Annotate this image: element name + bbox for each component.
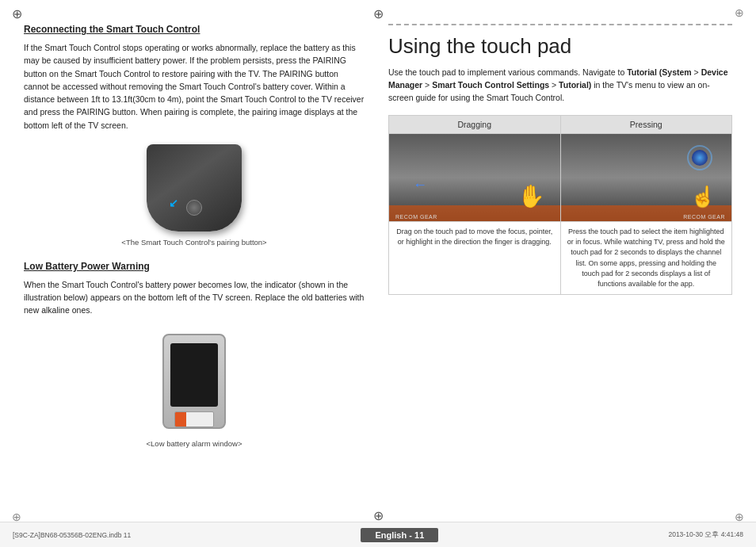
low-battery-title: Low Battery Power Warning: [24, 261, 365, 272]
settings-bold: Smart Touch Control Settings: [432, 80, 549, 90]
page-footer: [S9C-ZA]BN68-05356B-02ENG.indb 11 Englis…: [0, 522, 756, 547]
footer-right-text: 2013-10-30 오후 4:41:48: [668, 530, 743, 540]
touchpad-images-row: ← 🤚 RECOM GEAR ☝ RECOM GEAR: [389, 133, 731, 221]
left-column: Reconnecting the Smart Touch Control If …: [24, 24, 365, 459]
pairing-image-container: ↙: [24, 144, 365, 233]
drag-overlay-label: RECOM GEAR: [395, 214, 437, 220]
corner-mark-tl: ⊕: [12, 6, 22, 21]
low-battery-body: When the Smart Touch Control's battery p…: [24, 278, 365, 317]
tutorial2-bold: Tutorial): [559, 80, 591, 90]
touchpad-demo: Dragging Pressing ← 🤚 RECOM GEAR: [388, 115, 732, 294]
touchpad-header-row: Dragging Pressing: [389, 116, 731, 133]
pressing-image-cell: ☝ RECOM GEAR: [561, 134, 732, 221]
drag-arrow-icon: ←: [413, 177, 427, 193]
pressing-image: ☝ RECOM GEAR: [561, 134, 732, 221]
device-image: ↙: [147, 144, 242, 231]
dragging-image: ← 🤚 RECOM GEAR: [389, 134, 560, 221]
battery-image-container: [24, 330, 365, 434]
corner-mark-tr: ⊕: [735, 6, 744, 19]
intro-paragraph: Use the touch pad to implement various c…: [388, 66, 732, 105]
press-overlay-label: RECOM GEAR: [683, 214, 725, 220]
battery-fill: [175, 412, 186, 427]
top-dashed-rule: [388, 24, 732, 25]
reconnecting-body: If the Smart Touch Control stops operati…: [24, 41, 365, 132]
reconnecting-title: Reconnecting the Smart Touch Control: [24, 24, 365, 35]
dragging-image-cell: ← 🤚 RECOM GEAR: [389, 134, 561, 221]
header-pressing: Pressing: [561, 116, 732, 133]
header-dragging: Dragging: [389, 116, 561, 133]
dragging-caption: Drag on the touch pad to move the focus,…: [389, 222, 561, 293]
main-content: Reconnecting the Smart Touch Control If …: [24, 24, 732, 459]
language-badge: English - 11: [361, 528, 438, 542]
language-label: English: [375, 530, 407, 540]
arrow-icon: ↙: [169, 197, 178, 209]
pressing-caption: Press the touch pad to select the item h…: [561, 222, 732, 293]
page-container: ⊕ ⊕ ⊕ Reconnecting the Smart Touch Contr…: [0, 0, 756, 547]
phone-screen: [170, 343, 218, 407]
section-reconnecting: Reconnecting the Smart Touch Control If …: [24, 24, 365, 247]
drag-hand-icon: 🤚: [517, 183, 544, 209]
footer-center: English - 11: [361, 528, 438, 542]
footer-left-text: [S9C-ZA]BN68-05356B-02ENG.indb 11: [13, 531, 131, 539]
section-low-battery: Low Battery Power Warning When the Smart…: [24, 261, 365, 448]
crosshair-top: ⊕: [373, 6, 384, 21]
pairing-caption: <The Smart Touch Control's pairing butto…: [24, 238, 365, 247]
page-title: Using the touch pad: [388, 35, 732, 58]
battery-indicator: [174, 411, 214, 427]
press-hand-icon: ☝: [690, 185, 716, 209]
touchpad-captions-row: Drag on the touch pad to move the focus,…: [389, 221, 731, 293]
page-separator: -: [409, 530, 414, 540]
phone-shape: [162, 334, 226, 429]
tutorial-bold: Tutorial (System: [627, 67, 692, 77]
battery-caption: <Low battery alarm window>: [24, 439, 365, 448]
battery-image: [151, 330, 238, 433]
page-number: 11: [414, 530, 424, 540]
right-column: Using the touch pad Use the touch pad to…: [388, 24, 732, 459]
